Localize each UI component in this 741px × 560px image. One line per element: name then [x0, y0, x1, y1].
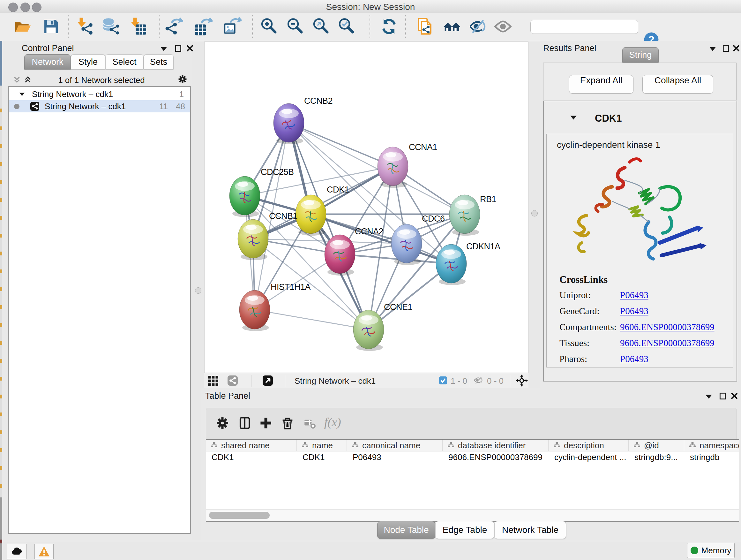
network-share-icon[interactable] [227, 375, 238, 386]
network-edge-CCNB2-CCNA1[interactable] [289, 123, 393, 166]
network-collection-row[interactable]: String Network – cdk1 1 [9, 89, 190, 100]
network-node-CDC25B[interactable] [229, 176, 260, 217]
network-options-gear-icon[interactable] [178, 74, 188, 84]
results-float-icon[interactable] [722, 44, 730, 52]
column-header-shared-name[interactable]: shared name [206, 440, 297, 451]
network-node-CCNB2[interactable] [273, 104, 304, 144]
import-table-file-icon[interactable] [129, 17, 147, 36]
scrollbar-thumb[interactable] [209, 512, 270, 519]
export-network-file-icon[interactable] [165, 17, 183, 36]
crosslink-link[interactable]: 9606.ENSP00000378699 [620, 322, 715, 332]
tab-network[interactable]: Network [24, 54, 71, 70]
refresh-icon[interactable] [380, 17, 398, 36]
zoom-fit-icon[interactable] [312, 17, 330, 36]
collapse-all-networks-icon[interactable] [13, 75, 21, 84]
network-node-CCNA2[interactable] [325, 235, 355, 275]
panel-close-icon[interactable] [186, 44, 194, 52]
panel-float-icon[interactable] [174, 44, 183, 52]
memory-label: Memory [701, 546, 731, 556]
open-file-icon[interactable] [14, 17, 32, 36]
show-columns-icon[interactable] [238, 416, 252, 430]
clear-table-icon[interactable] [304, 418, 317, 430]
fit-selected-crosshair-icon[interactable] [516, 374, 528, 387]
column-header-description[interactable]: description [549, 440, 629, 451]
zoom-out-icon[interactable] [286, 17, 305, 36]
network-node-RB1[interactable] [449, 195, 480, 236]
table-panel: Table Panel f(x) shared namenamecanonica… [201, 388, 741, 540]
cloud-status-button[interactable] [7, 544, 27, 559]
toolbar-divider [405, 15, 406, 38]
column-header-canonical-name[interactable]: canonical name [347, 440, 443, 451]
network-row-selected[interactable]: String Network – cdk1 11 48 [9, 100, 190, 112]
hidden-items-eye-icon[interactable] [473, 375, 484, 386]
export-table-file-icon[interactable] [194, 17, 212, 36]
export-image-file-icon[interactable] [223, 17, 242, 36]
status-divider [0, 541, 741, 541]
column-header-namespace[interactable]: namespace [684, 440, 739, 451]
network-edge-HIST1H1A-CCNE1[interactable] [255, 310, 368, 329]
crosslink-link[interactable]: P06493 [620, 354, 649, 364]
network-node-CDKN1A[interactable] [436, 244, 467, 285]
network-node-HIST1H1A[interactable] [239, 290, 270, 331]
results-close-icon[interactable] [732, 44, 740, 52]
delete-column-icon[interactable] [280, 416, 295, 430]
collection-expander-icon[interactable] [18, 90, 25, 97]
search-input[interactable] [536, 22, 636, 32]
birdseye-view-icon[interactable] [262, 375, 273, 386]
tab-edge-table[interactable]: Edge Table [435, 521, 494, 539]
toolbar-divider [252, 15, 253, 38]
import-network-file-icon[interactable] [75, 17, 93, 36]
node-label-CCNA1: CCNA1 [409, 142, 437, 152]
gene-collapse-icon[interactable] [569, 113, 578, 122]
collection-label: String Network – cdk1 [32, 89, 113, 99]
results-tab-string[interactable]: String [622, 47, 659, 63]
apply-preferred-layout-icon[interactable] [443, 17, 461, 36]
tab-select[interactable]: Select [105, 54, 144, 70]
table-menu-icon[interactable] [704, 392, 713, 401]
tab-sets[interactable]: Sets [144, 54, 174, 70]
column-header-name[interactable]: name [297, 440, 347, 451]
warnings-button[interactable] [35, 544, 54, 559]
inspect-eye-icon[interactable] [494, 17, 512, 36]
network-node-CCNA1[interactable] [378, 147, 408, 188]
network-graph[interactable]: CCNB2CCNA1CDC25BCDK1CDC6RB1CCNB1CCNA2CDK… [205, 42, 528, 373]
memory-button[interactable]: Memory [687, 543, 735, 558]
network-view-canvas[interactable]: CCNB2CCNA1CDC25BCDK1CDC6RB1CCNB1CCNA2CDK… [204, 42, 529, 373]
network-node-CCNE1[interactable] [353, 310, 384, 351]
add-column-icon[interactable] [259, 416, 273, 430]
toolbar-divider [369, 15, 370, 38]
network-overview-grid-icon[interactable] [207, 375, 218, 386]
table-close-icon[interactable] [730, 392, 738, 400]
network-node-CCNB1[interactable] [238, 219, 268, 260]
copy-network-icon[interactable] [416, 17, 434, 36]
crosslink-link[interactable]: 9606.ENSP00000378699 [620, 338, 715, 348]
table-horizontal-scrollbar[interactable] [206, 509, 739, 522]
right-splitter-handle[interactable] [531, 210, 538, 216]
toggle-graphics-details-icon[interactable] [468, 17, 487, 36]
search-box[interactable] [530, 20, 638, 34]
tab-network-table[interactable]: Network Table [494, 521, 566, 539]
panel-menu-icon[interactable] [159, 45, 168, 53]
column-header--id[interactable]: @id [629, 440, 684, 451]
table-row[interactable]: CDK1CDK1P064939606.ENSP00000378699cyclin… [206, 451, 739, 463]
zoom-selected-icon[interactable] [337, 17, 356, 36]
crosslink-link[interactable]: P06493 [620, 290, 649, 300]
selected-nodes-checkbox[interactable] [439, 376, 448, 385]
results-menu-icon[interactable] [709, 45, 717, 53]
crosslink-link[interactable]: P06493 [620, 306, 649, 316]
save-session-icon[interactable] [42, 17, 60, 36]
selected-count: 1 - 0 [451, 376, 467, 386]
column-header-database-identifier[interactable]: database identifier [443, 440, 549, 451]
expand-all-button[interactable]: Expand All [569, 75, 633, 94]
left-splitter-handle[interactable] [195, 287, 201, 294]
table-float-icon[interactable] [719, 392, 727, 400]
collapse-all-button[interactable]: Collapse All [643, 75, 713, 94]
tab-node-table[interactable]: Node Table [377, 521, 435, 539]
table-settings-gear-icon[interactable] [215, 416, 230, 430]
function-builder-button[interactable]: f(x) [324, 415, 341, 429]
import-network-database-icon[interactable] [102, 17, 120, 36]
expand-all-networks-icon[interactable] [23, 75, 32, 84]
control-panel: Control Panel NetworkStyleSelectSets 1 o… [3, 41, 192, 540]
tab-style[interactable]: Style [71, 54, 105, 70]
zoom-in-icon[interactable] [260, 17, 278, 36]
